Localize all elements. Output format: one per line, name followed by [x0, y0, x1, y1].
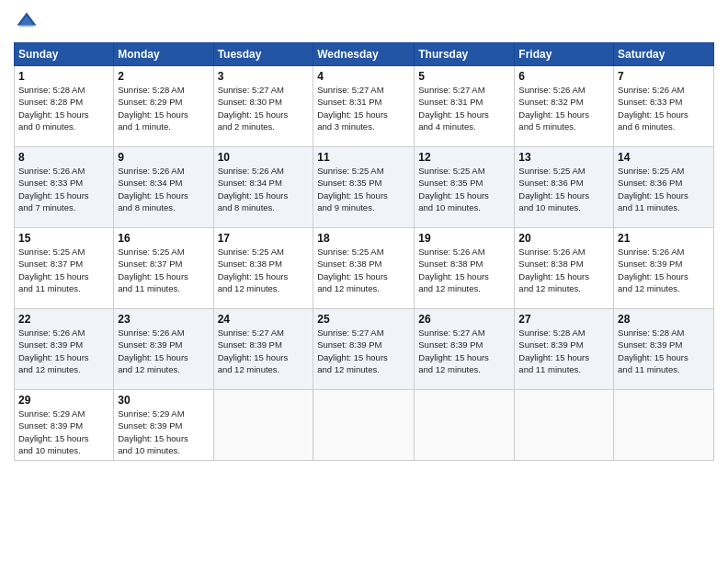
day-info: Sunrise: 5:26 AMSunset: 8:39 PMDaylight:…	[618, 246, 710, 294]
day-number: 1	[18, 70, 109, 83]
calendar-cell	[415, 390, 515, 461]
calendar-table: SundayMondayTuesdayWednesdayThursdayFrid…	[14, 42, 714, 461]
calendar-cell: 14Sunrise: 5:25 AMSunset: 8:36 PMDayligh…	[614, 147, 714, 228]
calendar-cell: 24Sunrise: 5:27 AMSunset: 8:39 PMDayligh…	[213, 309, 313, 390]
day-info: Sunrise: 5:27 AMSunset: 8:39 PMDaylight:…	[218, 327, 310, 375]
day-info: Sunrise: 5:25 AMSunset: 8:37 PMDaylight:…	[18, 246, 109, 294]
day-info: Sunrise: 5:26 AMSunset: 8:33 PMDaylight:…	[618, 84, 710, 132]
day-number: 13	[518, 151, 609, 164]
calendar-cell: 11Sunrise: 5:25 AMSunset: 8:35 PMDayligh…	[313, 147, 415, 228]
day-number: 16	[118, 232, 209, 245]
day-info: Sunrise: 5:28 AMSunset: 8:39 PMDaylight:…	[618, 327, 710, 375]
day-info: Sunrise: 5:26 AMSunset: 8:33 PMDaylight:…	[18, 165, 109, 213]
calendar-cell: 26Sunrise: 5:27 AMSunset: 8:39 PMDayligh…	[415, 309, 515, 390]
day-number: 17	[218, 232, 310, 245]
calendar-cell: 10Sunrise: 5:26 AMSunset: 8:34 PMDayligh…	[213, 147, 313, 228]
day-info: Sunrise: 5:27 AMSunset: 8:39 PMDaylight:…	[317, 327, 410, 375]
calendar-cell: 23Sunrise: 5:26 AMSunset: 8:39 PMDayligh…	[114, 309, 213, 390]
day-info: Sunrise: 5:26 AMSunset: 8:34 PMDaylight:…	[118, 165, 209, 213]
calendar-cell	[515, 390, 614, 461]
calendar-cell: 12Sunrise: 5:25 AMSunset: 8:35 PMDayligh…	[415, 147, 515, 228]
day-number: 11	[317, 151, 410, 164]
calendar-cell: 1Sunrise: 5:28 AMSunset: 8:28 PMDaylight…	[15, 66, 114, 147]
calendar-cell: 2Sunrise: 5:28 AMSunset: 8:29 PMDaylight…	[114, 66, 213, 147]
calendar-header-saturday: Saturday	[614, 43, 714, 66]
calendar-cell: 13Sunrise: 5:25 AMSunset: 8:36 PMDayligh…	[515, 147, 614, 228]
day-number: 12	[418, 151, 510, 164]
day-info: Sunrise: 5:25 AMSunset: 8:36 PMDaylight:…	[618, 165, 710, 213]
day-number: 5	[418, 70, 510, 83]
day-number: 4	[317, 70, 410, 83]
day-info: Sunrise: 5:25 AMSunset: 8:38 PMDaylight:…	[317, 246, 410, 294]
calendar-header-sunday: Sunday	[15, 43, 114, 66]
day-info: Sunrise: 5:28 AMSunset: 8:28 PMDaylight:…	[18, 84, 109, 132]
day-number: 19	[418, 232, 510, 245]
day-info: Sunrise: 5:29 AMSunset: 8:39 PMDaylight:…	[118, 408, 209, 456]
day-number: 24	[218, 313, 310, 326]
calendar-cell: 19Sunrise: 5:26 AMSunset: 8:38 PMDayligh…	[415, 228, 515, 309]
day-number: 20	[518, 232, 609, 245]
calendar-header-row: SundayMondayTuesdayWednesdayThursdayFrid…	[15, 43, 714, 66]
day-number: 8	[18, 151, 109, 164]
calendar-cell: 8Sunrise: 5:26 AMSunset: 8:33 PMDaylight…	[15, 147, 114, 228]
day-number: 3	[218, 70, 310, 83]
day-info: Sunrise: 5:28 AMSunset: 8:29 PMDaylight:…	[118, 84, 209, 132]
calendar-cell: 5Sunrise: 5:27 AMSunset: 8:31 PMDaylight…	[415, 66, 515, 147]
day-info: Sunrise: 5:29 AMSunset: 8:39 PMDaylight:…	[18, 408, 109, 456]
logo	[14, 9, 43, 35]
day-info: Sunrise: 5:27 AMSunset: 8:39 PMDaylight:…	[418, 327, 510, 375]
day-number: 25	[317, 313, 410, 326]
calendar-cell	[313, 390, 415, 461]
day-info: Sunrise: 5:28 AMSunset: 8:39 PMDaylight:…	[518, 327, 609, 375]
calendar-cell: 9Sunrise: 5:26 AMSunset: 8:34 PMDaylight…	[114, 147, 213, 228]
day-info: Sunrise: 5:26 AMSunset: 8:32 PMDaylight:…	[518, 84, 609, 132]
calendar-week-row: 15Sunrise: 5:25 AMSunset: 8:37 PMDayligh…	[15, 228, 714, 309]
calendar-header-friday: Friday	[515, 43, 614, 66]
day-info: Sunrise: 5:27 AMSunset: 8:31 PMDaylight:…	[317, 84, 410, 132]
day-number: 23	[118, 313, 209, 326]
calendar-cell: 22Sunrise: 5:26 AMSunset: 8:39 PMDayligh…	[15, 309, 114, 390]
day-info: Sunrise: 5:25 AMSunset: 8:35 PMDaylight:…	[418, 165, 510, 213]
day-number: 22	[18, 313, 109, 326]
calendar-cell	[614, 390, 714, 461]
calendar-header-tuesday: Tuesday	[213, 43, 313, 66]
day-number: 15	[18, 232, 109, 245]
calendar-cell: 28Sunrise: 5:28 AMSunset: 8:39 PMDayligh…	[614, 309, 714, 390]
day-info: Sunrise: 5:27 AMSunset: 8:31 PMDaylight:…	[418, 84, 510, 132]
calendar-cell: 18Sunrise: 5:25 AMSunset: 8:38 PMDayligh…	[313, 228, 415, 309]
day-number: 29	[18, 394, 109, 407]
day-number: 10	[218, 151, 310, 164]
day-number: 2	[118, 70, 209, 83]
day-number: 26	[418, 313, 510, 326]
day-info: Sunrise: 5:25 AMSunset: 8:37 PMDaylight:…	[118, 246, 209, 294]
calendar-week-row: 29Sunrise: 5:29 AMSunset: 8:39 PMDayligh…	[15, 390, 714, 461]
day-number: 27	[518, 313, 609, 326]
day-info: Sunrise: 5:25 AMSunset: 8:36 PMDaylight:…	[518, 165, 609, 213]
day-info: Sunrise: 5:27 AMSunset: 8:30 PMDaylight:…	[218, 84, 310, 132]
calendar-cell: 17Sunrise: 5:25 AMSunset: 8:38 PMDayligh…	[213, 228, 313, 309]
calendar-cell: 29Sunrise: 5:29 AMSunset: 8:39 PMDayligh…	[15, 390, 114, 461]
day-info: Sunrise: 5:26 AMSunset: 8:38 PMDaylight:…	[418, 246, 510, 294]
day-number: 14	[618, 151, 710, 164]
day-info: Sunrise: 5:25 AMSunset: 8:38 PMDaylight:…	[218, 246, 310, 294]
day-info: Sunrise: 5:26 AMSunset: 8:34 PMDaylight:…	[218, 165, 310, 213]
day-info: Sunrise: 5:26 AMSunset: 8:38 PMDaylight:…	[518, 246, 609, 294]
calendar-cell: 15Sunrise: 5:25 AMSunset: 8:37 PMDayligh…	[15, 228, 114, 309]
day-info: Sunrise: 5:26 AMSunset: 8:39 PMDaylight:…	[18, 327, 109, 375]
calendar-week-row: 1Sunrise: 5:28 AMSunset: 8:28 PMDaylight…	[15, 66, 714, 147]
calendar-cell: 3Sunrise: 5:27 AMSunset: 8:30 PMDaylight…	[213, 66, 313, 147]
calendar-cell: 21Sunrise: 5:26 AMSunset: 8:39 PMDayligh…	[614, 228, 714, 309]
day-number: 6	[518, 70, 609, 83]
calendar-cell: 20Sunrise: 5:26 AMSunset: 8:38 PMDayligh…	[515, 228, 614, 309]
calendar-cell: 7Sunrise: 5:26 AMSunset: 8:33 PMDaylight…	[614, 66, 714, 147]
calendar-cell: 25Sunrise: 5:27 AMSunset: 8:39 PMDayligh…	[313, 309, 415, 390]
calendar-cell: 4Sunrise: 5:27 AMSunset: 8:31 PMDaylight…	[313, 66, 415, 147]
day-number: 28	[618, 313, 710, 326]
calendar-week-row: 22Sunrise: 5:26 AMSunset: 8:39 PMDayligh…	[15, 309, 714, 390]
calendar-header-wednesday: Wednesday	[313, 43, 415, 66]
calendar-cell: 30Sunrise: 5:29 AMSunset: 8:39 PMDayligh…	[114, 390, 213, 461]
calendar-cell: 27Sunrise: 5:28 AMSunset: 8:39 PMDayligh…	[515, 309, 614, 390]
calendar-cell: 6Sunrise: 5:26 AMSunset: 8:32 PMDaylight…	[515, 66, 614, 147]
day-info: Sunrise: 5:26 AMSunset: 8:39 PMDaylight:…	[118, 327, 209, 375]
calendar-cell	[213, 390, 313, 461]
